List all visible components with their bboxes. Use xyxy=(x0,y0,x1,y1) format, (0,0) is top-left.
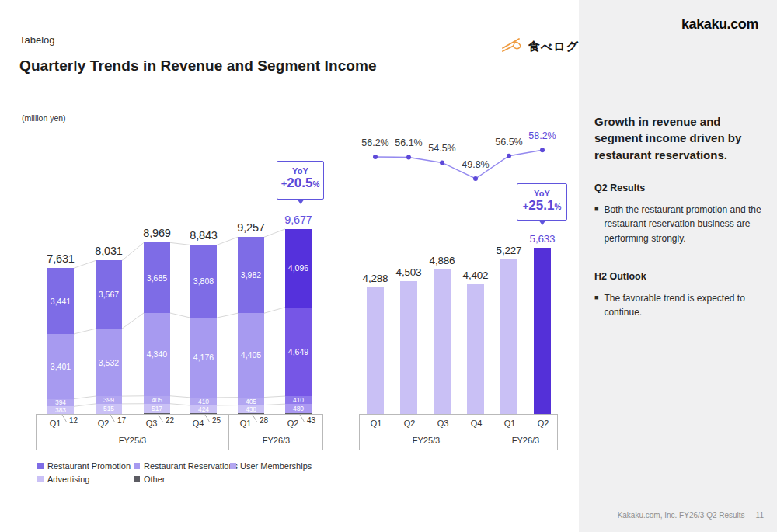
footer-text: Kakaku.com, Inc. FY26/3 Q2 Results xyxy=(618,511,745,520)
axis-fiscal-year-label: FY25/3 xyxy=(98,436,168,445)
margin-line-dot xyxy=(440,160,444,165)
legend-swatch-icon xyxy=(134,476,140,482)
bar-segment-restaurant-reservations: 3,532 xyxy=(96,329,122,396)
bar-segment-restaurant-promotion: 3,982 xyxy=(238,237,264,313)
sidebar: kakaku.com Growth in revenue and segment… xyxy=(579,0,777,532)
connector-line xyxy=(122,313,144,329)
yoy-value: +20.5% xyxy=(277,176,323,191)
connector-line xyxy=(110,415,115,422)
x-axis: Q1Q2Q3Q4Q1Q2FY25/3FY26/3 xyxy=(359,414,558,450)
bar-total-label: 7,631 xyxy=(33,252,89,265)
connector-line xyxy=(170,404,190,405)
yoy-pointer-icon xyxy=(297,199,305,204)
x-axis: Q112Q217Q322Q425Q128Q243FY25/3FY26/3 xyxy=(36,414,323,450)
bar-segment-restaurant-promotion: 3,567 xyxy=(96,260,122,329)
bar-segment-user-memberships: 399 xyxy=(96,396,122,404)
legend-label: Other xyxy=(144,475,166,484)
axis-divider xyxy=(228,415,229,450)
tabelog-logo: 食べログ xyxy=(501,37,579,57)
legend-item: Restaurant Promotion xyxy=(37,461,134,471)
connector-line xyxy=(217,237,238,245)
bullet-text: The favorable trend is expected to conti… xyxy=(604,291,765,320)
bar-segment-restaurant-reservations: 4,176 xyxy=(190,318,217,398)
bar-segment-other xyxy=(285,413,312,414)
bar-segment-advertising: 515 xyxy=(96,404,122,414)
connector-line xyxy=(170,242,190,245)
bar-total-label: 8,969 xyxy=(129,227,185,239)
income-value-label: 5,227 xyxy=(481,245,537,256)
kakaku-logo: kakaku.com xyxy=(681,16,758,33)
bar-segment-advertising: 480 xyxy=(285,404,312,413)
axis-fiscal-year-label: FY26/3 xyxy=(491,436,561,445)
bullet-item: ■ The favorable trend is expected to con… xyxy=(594,291,765,320)
connector-line xyxy=(253,415,257,422)
section-title: H2 Outlook xyxy=(594,271,765,282)
axis-fiscal-year-label: FY25/3 xyxy=(392,436,462,445)
bar-segment-user-memberships: 410 xyxy=(285,396,312,404)
bar-segment-user-memberships: 405 xyxy=(144,396,170,404)
margin-line-dot xyxy=(406,155,411,159)
axis-quarter-label: Q3 xyxy=(136,419,167,428)
connector-line xyxy=(264,229,285,237)
income-value-label: 4,288 xyxy=(347,273,403,284)
bar-segment-restaurant-reservations: 4,340 xyxy=(144,313,170,396)
yoy-label: YoY xyxy=(277,166,323,176)
connector-line xyxy=(217,313,238,318)
bar-segment-restaurant-reservations: 3,401 xyxy=(47,334,74,399)
margin-percent-label: 56.1% xyxy=(387,137,430,148)
income-value-label: 4,503 xyxy=(381,266,437,278)
bar-segment-restaurant-promotion: 3,808 xyxy=(190,245,217,318)
yoy-pointer-icon xyxy=(538,220,546,225)
connector-line xyxy=(170,396,190,398)
connector-line xyxy=(205,415,210,422)
bar-segment-advertising: 383 xyxy=(47,406,74,413)
tabelog-chopsticks-icon xyxy=(501,37,524,57)
yoy-badge-revenue: YoY +20.5% xyxy=(277,161,324,200)
connector-line xyxy=(74,396,96,398)
bar-segment-advertising: 438 xyxy=(238,405,264,414)
bullet-square-icon: ■ xyxy=(594,294,598,320)
bar-segment-user-memberships: 394 xyxy=(47,399,74,407)
bar-segment-other xyxy=(144,413,170,414)
bar-total-label: 8,843 xyxy=(176,229,232,242)
connector-line xyxy=(74,329,96,334)
legend-label: Restaurant Reservations xyxy=(144,461,238,471)
sidebar-headline: Growth in revenue and segment income dri… xyxy=(594,113,765,163)
margin-line-dot xyxy=(373,155,378,159)
income-bar xyxy=(500,259,517,414)
bar-segment-restaurant-promotion: 4,096 xyxy=(285,229,312,308)
page-title: Quarterly Trends in Revenue and Segment … xyxy=(19,57,377,75)
bar-total-label: 9,677 xyxy=(270,214,326,226)
section-title: Q2 Results xyxy=(594,183,765,193)
page-number: 11 xyxy=(756,511,764,520)
axis-quarter-label: Q4 xyxy=(461,419,492,428)
other-callout-value: 22 xyxy=(166,416,174,425)
bar-segment-restaurant-promotion: 3,685 xyxy=(144,242,170,313)
connector-line xyxy=(122,242,144,260)
legend-swatch-icon xyxy=(37,476,44,482)
bar-total-label: 8,031 xyxy=(81,245,137,257)
other-callout-value: 17 xyxy=(117,416,126,425)
income-bar xyxy=(434,269,451,414)
margin-percent-label: 56.5% xyxy=(487,137,531,148)
sidebar-section-q2: Q2 Results ■ Both the restaurant promoti… xyxy=(594,183,765,246)
margin-percent-label: 58.2% xyxy=(521,130,564,141)
margin-percent-label: 56.2% xyxy=(354,137,397,148)
sidebar-content: Growth in revenue and segment income dri… xyxy=(594,113,765,320)
income-value-label: 4,402 xyxy=(448,269,503,281)
eyebrow-label: Tabelog xyxy=(19,34,55,46)
bar-segment-restaurant-reservations: 4,649 xyxy=(285,308,312,396)
connector-line xyxy=(62,415,67,422)
income-bar xyxy=(467,284,484,414)
other-callout-value: 12 xyxy=(69,416,78,425)
income-bar xyxy=(367,287,384,414)
axis-quarter-label: Q1 xyxy=(361,419,392,428)
sidebar-section-h2: H2 Outlook ■ The favorable trend is expe… xyxy=(594,271,765,320)
bar-segment-other xyxy=(190,413,217,414)
legend-swatch-icon xyxy=(230,463,236,469)
connector-line xyxy=(74,260,96,268)
axis-quarter-label: Q3 xyxy=(427,419,458,428)
bar-segment-user-memberships: 410 xyxy=(190,398,217,405)
axis-quarter-label: Q4 xyxy=(183,419,214,428)
axis-quarter-label: Q2 xyxy=(88,419,119,428)
